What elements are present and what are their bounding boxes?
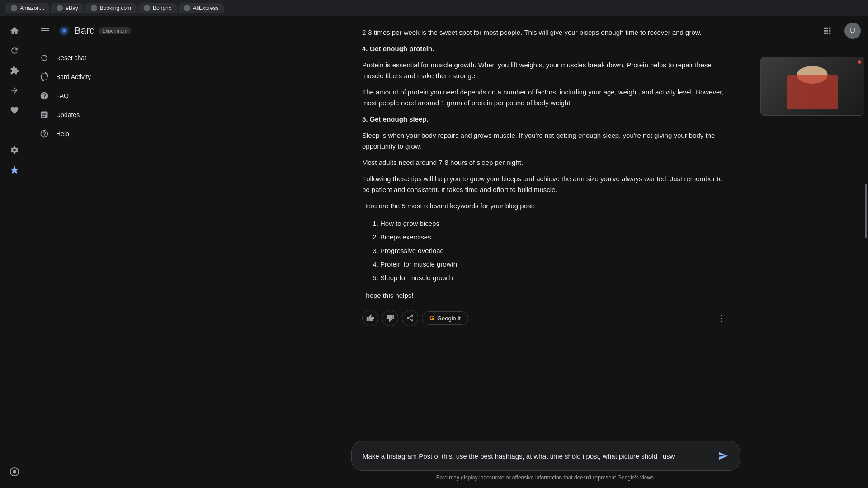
paragraph-4-header: 4. Get enough protein. — [362, 43, 729, 54]
video-person — [761, 57, 864, 115]
tab-ebay[interactable]: eBay — [51, 3, 83, 13]
more-icon: ⋮ — [717, 313, 725, 323]
scrollbar-track[interactable] — [864, 16, 868, 436]
scrollbar-thumb[interactable] — [865, 184, 867, 238]
paragraph-keywords-intro: Here are the 5 most relevant keywords fo… — [362, 201, 729, 211]
paragraph-hope: I hope this helps! — [362, 290, 729, 301]
refresh-icon-btn[interactable] — [5, 42, 24, 60]
tab-bonprix[interactable]: Bonprix — [138, 3, 177, 13]
nav-faq-label: FAQ — [56, 92, 69, 99]
tab-amazon[interactable]: Amazon.it — [5, 3, 49, 13]
input-area: Bard may display inaccurate or offensive… — [223, 436, 868, 488]
arrow-icon-btn[interactable] — [5, 81, 24, 99]
video-inner — [761, 57, 864, 115]
booking-favicon — [91, 5, 97, 11]
browser-tabs: Amazon.it eBay Booking.com Bonprix AliEx… — [5, 3, 224, 13]
main-content: 2-3 times per week is the sweet spot for… — [223, 16, 868, 488]
input-box — [351, 441, 740, 471]
keywords-list: How to grow biceps Biceps exercises Prog… — [362, 217, 729, 285]
nav-bard-activity-label: Bard Activity — [56, 73, 91, 80]
app-container: Bard Experiment Reset chat Bard Activity — [0, 16, 868, 488]
more-options-button[interactable]: ⋮ — [713, 310, 729, 326]
disclaimer-text: Bard may display inaccurate or offensive… — [351, 471, 740, 484]
svg-point-1 — [13, 470, 16, 473]
user-avatar[interactable]: U — [844, 23, 861, 39]
tab-aliexpress-label: AliExpress — [193, 5, 219, 11]
puzzle-icon-btn[interactable] — [5, 61, 24, 80]
tab-amazon-label: Amazon.it — [20, 5, 44, 11]
nav-bard-activity[interactable]: Bard Activity — [33, 68, 220, 86]
hamburger-button[interactable] — [36, 22, 54, 40]
paragraph-protein-1: Protein is essential for muscle growth. … — [362, 60, 729, 81]
ebay-favicon — [57, 5, 63, 11]
nav-help-label: Help — [56, 130, 69, 137]
keyword-5: Sleep for muscle growth — [380, 271, 729, 285]
nav-help[interactable]: Help — [33, 125, 220, 143]
nav-faq[interactable]: FAQ — [33, 87, 220, 105]
thumbs-down-button[interactable] — [382, 310, 398, 326]
updates-icon — [40, 110, 49, 119]
app-title: Bard — [74, 25, 95, 37]
chat-message: 2-3 times per week is the sweet spot for… — [351, 27, 740, 337]
tab-booking-label: Booking.com — [100, 5, 131, 11]
settings-icon-btn[interactable] — [5, 141, 24, 159]
paragraph-conclusion: Following these tips will help you to gr… — [362, 174, 729, 195]
bonprix-favicon — [144, 5, 150, 11]
nav-updates-label: Updates — [56, 111, 80, 118]
circle-dot-icon-btn[interactable] — [5, 463, 24, 481]
google-g-icon: G — [429, 314, 434, 322]
paragraph-sleep-2: Most adults need around 7-8 hours of sle… — [362, 157, 729, 168]
nav-reset-chat-label: Reset chat — [56, 54, 86, 61]
paragraph-5-header: 5. Get enough sleep. — [362, 114, 729, 125]
experiment-badge: Experiment — [99, 27, 131, 34]
video-thumbnail — [760, 57, 864, 116]
bard-logo: Bard Experiment — [58, 24, 131, 37]
browser-bar: Amazon.it eBay Booking.com Bonprix AliEx… — [0, 0, 868, 16]
send-button[interactable] — [714, 447, 732, 465]
sidebar-icons — [0, 16, 29, 488]
keyword-2: Biceps exercises — [380, 230, 729, 244]
apps-button[interactable] — [818, 22, 836, 40]
tab-aliexpress[interactable]: AliExpress — [179, 3, 224, 13]
paragraph-intro: 2-3 times per week is the sweet spot for… — [362, 27, 729, 38]
thumbs-up-button[interactable] — [362, 310, 378, 326]
bard-activity-icon — [40, 72, 49, 81]
message-actions: G Google it ⋮ — [362, 306, 729, 330]
star-icon-btn[interactable] — [5, 161, 24, 179]
keyword-4: Protein for muscle growth — [380, 258, 729, 271]
tab-bonprix-label: Bonprix — [153, 5, 171, 11]
home-icon-btn[interactable] — [5, 22, 24, 40]
nav-reset-chat[interactable]: Reset chat — [33, 49, 220, 67]
app-header: Bard Experiment — [29, 16, 223, 45]
nav-items: Reset chat Bard Activity FAQ — [29, 45, 223, 146]
share-button[interactable] — [402, 310, 418, 326]
chat-area[interactable]: 2-3 times per week is the sweet spot for… — [223, 16, 868, 436]
left-panel: Bard Experiment Reset chat Bard Activity — [29, 16, 223, 488]
keyword-3: Progressive overload — [380, 244, 729, 258]
reset-chat-icon — [40, 53, 49, 62]
tab-booking[interactable]: Booking.com — [85, 3, 137, 13]
help-icon — [40, 129, 49, 138]
top-right-actions: U — [839, 16, 868, 45]
google-it-label: Google it — [437, 315, 461, 322]
left-area: Bard Experiment Reset chat Bard Activity — [0, 16, 223, 488]
tab-ebay-label: eBay — [66, 5, 78, 11]
paragraph-protein-2: The amount of protein you need depends o… — [362, 87, 729, 108]
record-dot — [858, 60, 861, 64]
faq-icon — [40, 91, 49, 100]
keyword-1: How to grow biceps — [380, 217, 729, 230]
input-container: Bard may display inaccurate or offensive… — [351, 441, 740, 484]
aliexpress-favicon — [184, 5, 190, 11]
paragraph-sleep-1: Sleep is when your body repairs and grow… — [362, 130, 729, 152]
chat-input[interactable] — [363, 452, 709, 460]
heart-icon-btn[interactable] — [5, 101, 24, 119]
amazon-favicon — [11, 5, 17, 11]
nav-updates[interactable]: Updates — [33, 106, 220, 124]
google-it-button[interactable]: G Google it — [422, 311, 468, 325]
